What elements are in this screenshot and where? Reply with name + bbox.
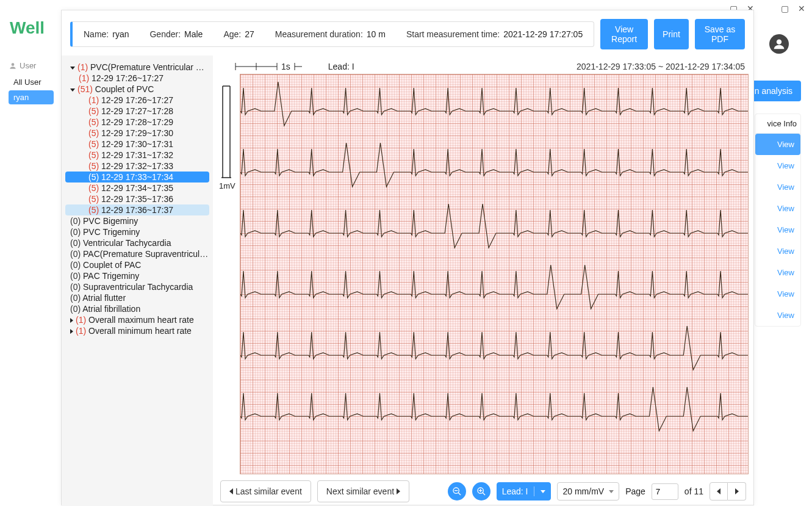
ecg-footer: Last similar event Next similar event Le… [218,474,749,505]
page-prev-button[interactable] [710,482,728,501]
tree-node[interactable]: (0) PAC(Premature Supraventricular … [65,248,209,259]
view-link[interactable]: View [777,204,794,213]
next-similar-event-button[interactable]: Next similar event [317,480,409,502]
user-icon [9,62,17,70]
calibration-column: 1mV [218,74,240,474]
gender-label: Gender: [149,29,181,39]
tree-node[interactable]: (1) Overall maximum heart rate [65,314,209,325]
svg-line-6 [483,493,485,495]
age-value: 27 [245,29,254,39]
tree-label: Couplet of PVC [95,84,154,94]
tree-node[interactable]: (1) PVC(Premature Ventricular Contr… [65,62,209,73]
tree-node[interactable]: (0) Atrial flutter [65,292,209,303]
tree-label: Couplet of PAC [83,260,141,270]
tree-label: 12-29 17:35~17:36 [101,194,173,204]
chevron-down-icon [541,490,545,493]
scale-bracket-icon [235,62,278,71]
ecg-grid[interactable] [240,74,749,474]
tree-node[interactable]: (0) Couplet of PAC [65,259,209,270]
tree-node[interactable]: (0) PAC Trigeminy [65,270,209,281]
page-next-button[interactable] [728,482,746,501]
tree-node[interactable]: (5) 12-29 17:36~17:37 [65,204,209,215]
device-row: View [755,283,800,305]
tree-node[interactable]: (5) 12-29 17:30~17:31 [65,139,209,150]
scale-bracket-end-icon [294,62,303,71]
maximize-icon[interactable]: ▢ [780,4,789,13]
avatar[interactable] [769,34,789,54]
caret-down-icon [70,89,75,92]
tree-count: (5) [88,117,99,127]
close-icon[interactable]: ✕ [797,4,806,13]
view-link[interactable]: View [777,247,794,256]
tree-count: (51) [77,84,93,94]
next-event-label: Next similar event [326,486,394,496]
tree-node[interactable]: (1) Overall minimum heart rate [65,325,209,336]
tree-node[interactable]: (5) 12-29 17:31~17:32 [65,150,209,161]
view-link[interactable]: View [777,225,794,234]
tree-node[interactable]: (0) Ventricular Tachycardia [65,237,209,248]
device-row: View [755,198,800,219]
view-link[interactable]: View [777,140,794,149]
tree-label: 12-29 17:28~17:29 [101,117,173,127]
caret-down-icon [70,67,75,70]
tree-count: (5) [88,106,99,116]
tree-label: 12-29 17:30~17:31 [101,139,173,149]
modal-header: Name:ryan Gender:Male Age:27 Measurement… [62,10,753,56]
tree-node[interactable]: (5) 12-29 17:33~17:34 [65,172,209,183]
name-label: Name: [84,29,109,39]
tree-node[interactable]: (0) PVC Bigeminy [65,215,209,226]
tree-node[interactable]: (5) 12-29 17:29~17:30 [65,128,209,139]
lead-select[interactable]: Lead: I [497,482,552,501]
tree-node[interactable]: (5) 12-29 17:28~17:29 [65,117,209,128]
zoom-in-button[interactable] [472,482,490,501]
view-link[interactable]: View [777,268,794,277]
tree-label: 12-29 17:31~17:32 [101,150,173,160]
ecg-header: 1s Lead: I 2021-12-29 17:33:05 ~ 2021-12… [218,56,749,74]
sidebar-item[interactable]: All User [9,75,54,89]
tree-node[interactable]: (0) Atrial fibrillation [65,303,209,314]
tree-count: (0) [70,293,81,303]
tree-count: (5) [88,194,99,204]
zoom-out-button[interactable] [448,482,466,501]
patient-info-bar: Name:ryan Gender:Male Age:27 Measurement… [70,21,594,47]
view-link[interactable]: View [777,183,794,192]
tree-node[interactable]: (0) Supraventricular Tachycardia [65,281,209,292]
page-input[interactable] [652,483,678,500]
tree-node[interactable]: (5) 12-29 17:35~17:36 [65,193,209,204]
tree-node[interactable]: (5) 12-29 17:27~17:28 [65,106,209,117]
tree-label: 12-29 17:29~17:30 [101,128,173,138]
page-of-label: of 11 [684,486,703,496]
tree-label: 12-29 17:33~17:34 [101,172,173,182]
age-label: Age: [223,29,241,39]
tree-label: Overall maximum heart rate [88,315,194,325]
tree-node[interactable]: (0) PVC Trigeminy [65,226,209,237]
tree-node[interactable]: (1) 12-29 17:26~17:27 [65,73,209,84]
view-link[interactable]: View [777,311,794,320]
analysis-button[interactable]: n analysis [746,81,801,101]
tree-node[interactable]: (1) 12-29 17:26~17:27 [65,95,209,106]
tree-node[interactable]: (5) 12-29 17:34~17:35 [65,183,209,193]
view-link[interactable]: View [777,289,794,298]
lead-label: Lead: I [328,62,354,71]
tree-label: Ventricular Tachycardia [83,238,171,248]
prev-similar-event-button[interactable]: Last similar event [220,480,311,502]
view-report-button[interactable]: View Report [600,19,648,49]
tree-node[interactable]: (51) Couplet of PVC [65,84,209,95]
tree-label: PVC Trigeminy [83,227,140,237]
tree-count: (5) [88,150,99,160]
tree-node[interactable]: (5) 12-29 17:32~17:33 [65,161,209,172]
caret-right-icon [70,329,73,334]
print-button[interactable]: Print [654,19,689,49]
chevron-right-icon [735,488,739,494]
gain-select-value: 20 mm/mV [562,486,604,496]
page-nav [710,482,746,501]
save-pdf-button[interactable]: Save as PDF [695,19,745,49]
gain-select[interactable]: 20 mm/mV [557,482,619,501]
ecg-viewer-modal: Name:ryan Gender:Male Age:27 Measurement… [61,10,754,505]
lead-select-value: Lead: I [502,486,528,496]
chevron-right-icon [397,488,400,494]
view-link[interactable]: View [777,161,794,170]
device-info-panel: vice Info ViewViewViewViewViewViewViewVi… [755,114,801,327]
calibration-pulse-icon [220,80,242,263]
sidebar-item[interactable]: ryan [9,90,54,104]
